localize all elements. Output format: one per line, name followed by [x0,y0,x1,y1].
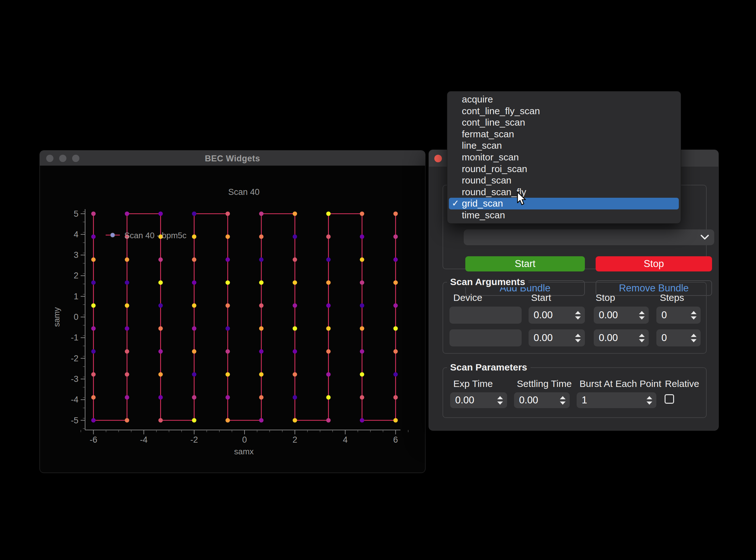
spin-up-icon[interactable] [647,396,652,399]
spin-up-icon[interactable] [575,311,581,314]
settling-time-spinbox[interactable]: 0.00 [514,392,570,408]
start-spinbox-row2[interactable]: 0.00 [529,329,585,346]
menu-item-round_roi_scan[interactable]: round_roi_scan [447,163,681,175]
burst-label: Burst At Each Point [579,378,661,389]
svg-text:2: 2 [292,435,297,444]
spin-up-icon[interactable] [497,396,503,399]
svg-text:-4: -4 [140,435,148,444]
burst-spinbox[interactable]: 1 [577,392,656,408]
start-button[interactable]: Start [465,256,585,272]
steps-spinbox-row2[interactable]: 0 [656,329,701,346]
settling-time-label: Settling Time [517,378,572,389]
spin-down-icon[interactable] [691,316,697,320]
svg-text:samy: samy [52,307,61,327]
svg-text:1: 1 [74,292,79,301]
checkmark-icon: ✓ [452,198,459,209]
spin-down-icon[interactable] [639,339,645,342]
stop-spinbox-row2[interactable]: 0.00 [594,329,649,346]
menu-item-round_scan_fly[interactable]: round_scan_fly [447,186,681,198]
spin-up-icon[interactable] [560,396,566,399]
close-icon[interactable] [434,155,442,162]
svg-text:-5: -5 [71,416,79,425]
spin-down-icon[interactable] [497,401,503,405]
stop-header: Stop [596,292,615,303]
relative-label: Relative [665,378,699,389]
svg-text:-2: -2 [71,354,79,363]
spin-up-icon[interactable] [691,334,697,337]
spin-up-icon[interactable] [639,311,645,314]
scan-plot-canvas[interactable]: 543210-1-2-3-4-5-6-4-20246samxsamyScan 4… [40,166,426,473]
start-header: Start [531,292,551,303]
svg-text:0: 0 [74,312,79,322]
plot-window-title: BEC Widgets [40,154,425,164]
exp-time-label: Exp Time [453,378,493,389]
svg-text:-6: -6 [89,435,97,444]
svg-text:-1: -1 [71,333,79,342]
relative-checkbox[interactable] [665,394,674,404]
spin-up-icon[interactable] [575,334,581,337]
menu-item-round_scan[interactable]: round_scan [447,175,681,186]
mouse-cursor [516,192,529,207]
svg-text:samx: samx [234,447,254,456]
svg-text:-4: -4 [71,395,79,404]
svg-text:2: 2 [74,271,79,280]
menu-item-acquire[interactable]: acquire [447,94,681,105]
svg-text:Scan 40: Scan 40 [228,187,259,197]
svg-text:3: 3 [74,250,79,260]
spin-up-icon[interactable] [639,334,645,337]
device-input-row2[interactable] [449,329,522,346]
menu-item-cont_line_fly_scan[interactable]: cont_line_fly_scan [447,105,681,117]
menu-item-grid_scan[interactable]: ✓grid_scan [449,198,679,209]
device-input-row1[interactable] [449,306,522,324]
svg-text:5: 5 [74,209,79,219]
stop-spinbox-row1[interactable]: 0.00 [594,306,649,324]
svg-text:4: 4 [74,230,79,239]
plot-window-titlebar[interactable]: BEC Widgets [40,151,425,166]
spin-down-icon[interactable] [639,316,645,320]
spin-down-icon[interactable] [575,339,581,342]
steps-spinbox-row1[interactable]: 0 [656,306,701,324]
spin-down-icon[interactable] [691,339,697,342]
scan-arguments-title: Scan Arguments [447,277,528,287]
stop-button[interactable]: Stop [596,256,712,272]
menu-item-cont_line_scan[interactable]: cont_line_scan [447,117,681,128]
start-spinbox-row1[interactable]: 0.00 [529,306,585,324]
svg-text:-3: -3 [71,374,79,384]
svg-text:Scan 40 - bpm5c: Scan 40 - bpm5c [124,231,187,240]
menu-item-monitor_scan[interactable]: monitor_scan [447,152,681,163]
spin-down-icon[interactable] [560,401,566,405]
scan-type-dropdown-menu: acquirecont_line_fly_scancont_line_scanf… [447,91,681,224]
svg-text:6: 6 [393,435,398,444]
spin-down-icon[interactable] [575,316,581,320]
plot-window: BEC Widgets 543210-1-2-3-4-5-6-4-20246sa… [40,150,426,473]
menu-item-fermat_scan[interactable]: fermat_scan [447,128,681,140]
svg-text:0: 0 [242,435,247,444]
steps-header: Steps [660,292,684,303]
device-header: Device [453,292,483,303]
scan-type-combobox[interactable] [464,229,714,245]
menu-item-time_scan[interactable]: time_scan [447,209,681,221]
chevron-down-icon[interactable] [697,229,712,245]
exp-time-spinbox[interactable]: 0.00 [450,392,507,408]
scan-parameters-title: Scan Parameters [447,362,530,373]
svg-text:4: 4 [343,435,348,444]
svg-text:-2: -2 [190,435,198,444]
spin-up-icon[interactable] [691,311,697,314]
spin-down-icon[interactable] [647,401,652,405]
menu-item-line_scan[interactable]: line_scan [447,140,681,152]
